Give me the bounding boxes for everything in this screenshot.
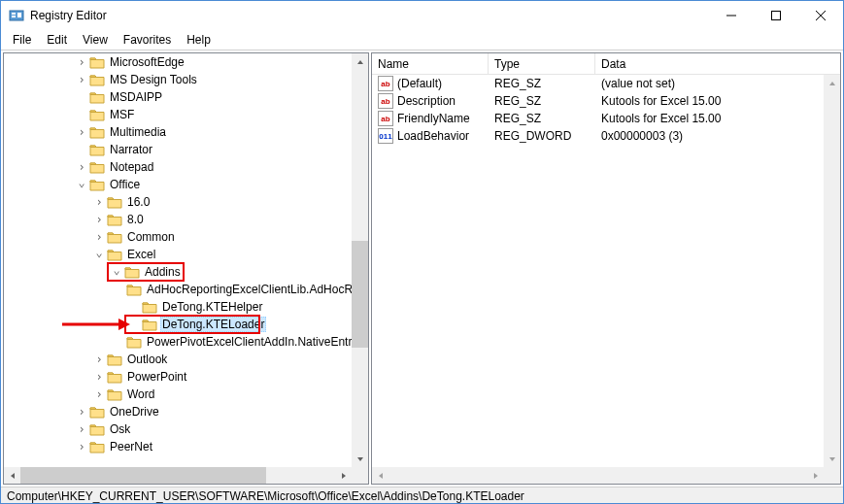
tree-item[interactable]: ›16.0 <box>4 193 352 211</box>
tree-item[interactable]: ›MS Design Tools <box>4 71 352 88</box>
scroll-left-button[interactable] <box>372 467 388 484</box>
value-name: LoadBehavior <box>397 129 469 143</box>
tree-item[interactable]: ›Notepad <box>4 158 352 176</box>
tree-item[interactable]: PowerPivotExcelClientAddIn.NativeEntry.1 <box>4 333 352 351</box>
value-name: FriendlyName <box>397 112 470 125</box>
workspace: ›MicrosoftEdge›MS Design ToolsMSDAIPPMSF… <box>1 50 843 487</box>
tree-item-label: MSF <box>108 108 136 121</box>
tree-item-label: Excel <box>125 248 157 261</box>
list-row[interactable]: abDescriptionREG_SZKutools for Excel 15.… <box>372 92 824 110</box>
menu-file[interactable]: File <box>5 31 39 49</box>
chevron-right-icon[interactable]: › <box>74 422 89 436</box>
tree-item-label: PowerPoint <box>125 370 188 384</box>
list-row[interactable]: 011LoadBehaviorREG_DWORD0x00000003 (3) <box>372 127 824 145</box>
list-vertical-scrollbar[interactable] <box>824 75 840 467</box>
chevron-right-icon[interactable]: › <box>74 55 89 69</box>
chevron-right-icon[interactable]: › <box>91 195 107 209</box>
column-header-name[interactable]: Name <box>372 53 489 74</box>
chevron-down-icon[interactable]: ⌄ <box>91 246 107 259</box>
tree-panel: ›MicrosoftEdge›MS Design ToolsMSDAIPPMSF… <box>3 52 369 485</box>
menubar: File Edit View Favorites Help <box>1 30 843 50</box>
tree-horizontal-scrollbar[interactable] <box>4 467 352 484</box>
folder-icon <box>89 143 105 156</box>
scroll-down-button[interactable] <box>352 451 368 467</box>
chevron-right-icon[interactable]: › <box>91 370 107 384</box>
folder-icon <box>89 405 105 419</box>
tree-item[interactable]: MSF <box>4 106 352 123</box>
tree-item[interactable]: ›OneDrive <box>4 403 352 420</box>
chevron-right-icon[interactable]: › <box>74 125 89 139</box>
string-value-icon: ab <box>378 111 393 126</box>
chevron-right-icon[interactable]: › <box>91 213 107 226</box>
scroll-right-button[interactable] <box>335 467 352 484</box>
tree-item[interactable]: ›8.0 <box>4 211 352 228</box>
tree-item-label: OneDrive <box>108 405 161 419</box>
tree-item-label: PowerPivotExcelClientAddIn.NativeEntry.1 <box>145 335 352 349</box>
chevron-right-icon[interactable]: › <box>91 230 107 244</box>
scroll-left-button[interactable] <box>4 467 20 484</box>
tree-item[interactable]: ›MicrosoftEdge <box>4 53 352 71</box>
titlebar: Registry Editor <box>1 1 843 30</box>
column-header-data[interactable]: Data <box>595 53 840 74</box>
list-row[interactable]: abFriendlyNameREG_SZKutools for Excel 15… <box>372 110 824 127</box>
menu-help[interactable]: Help <box>179 31 219 49</box>
minimize-button[interactable] <box>709 1 754 30</box>
close-button[interactable] <box>798 1 843 30</box>
tree-item[interactable]: ›PowerPoint <box>4 368 352 386</box>
chevron-down-icon[interactable]: ⌄ <box>74 176 89 189</box>
list-row[interactable]: ab(Default)REG_SZ(value not set) <box>372 75 824 92</box>
tree-item-label: Outlook <box>125 353 169 366</box>
regedit-icon <box>9 8 24 23</box>
value-data: (value not set) <box>595 77 824 90</box>
tree-item-label: Notepad <box>108 160 155 174</box>
tree-item-label: Word <box>125 387 156 401</box>
tree-vertical-scrollbar[interactable] <box>352 53 368 467</box>
scroll-right-button[interactable] <box>807 467 824 484</box>
value-data: Kutools for Excel 15.00 <box>595 112 824 125</box>
tree-item[interactable]: ›Outlook <box>4 351 352 368</box>
folder-icon <box>89 160 105 174</box>
menu-view[interactable]: View <box>75 31 116 49</box>
folder-icon <box>107 213 122 226</box>
tree-item[interactable]: MSDAIPP <box>4 88 352 106</box>
chevron-right-icon[interactable]: › <box>74 440 89 454</box>
list-header: Name Type Data <box>372 53 840 75</box>
tree-item[interactable]: DeTong.KTEHelper <box>4 298 352 316</box>
menu-edit[interactable]: Edit <box>39 31 75 49</box>
menu-favorites[interactable]: Favorites <box>116 31 179 49</box>
folder-icon <box>107 195 122 209</box>
window-title: Registry Editor <box>30 9 709 22</box>
chevron-right-icon[interactable]: › <box>74 160 89 174</box>
tree-item-label: AdHocReportingExcelClientLib.AdHocReport… <box>145 283 352 296</box>
svg-rect-3 <box>17 13 21 17</box>
column-header-type[interactable]: Type <box>489 53 595 74</box>
chevron-down-icon[interactable]: ⌄ <box>109 263 124 277</box>
tree-item-label: MicrosoftEdge <box>108 55 186 69</box>
tree-item[interactable]: Narrator <box>4 141 352 158</box>
tree-item[interactable]: ⌄Addins <box>4 263 352 281</box>
list-horizontal-scrollbar[interactable] <box>372 467 824 484</box>
tree-item[interactable]: ›Common <box>4 228 352 246</box>
scroll-down-button[interactable] <box>824 451 840 467</box>
tree-item[interactable]: ⌄Excel <box>4 246 352 263</box>
tree-item[interactable]: AdHocReportingExcelClientLib.AdHocReport… <box>4 281 352 298</box>
tree-item-label: Narrator <box>108 143 154 156</box>
chevron-right-icon[interactable]: › <box>91 353 107 366</box>
value-name: Description <box>397 94 456 108</box>
maximize-button[interactable] <box>754 1 798 30</box>
chevron-right-icon[interactable]: › <box>74 73 89 86</box>
tree-item-label: Osk <box>108 422 132 436</box>
chevron-right-icon[interactable]: › <box>74 405 89 419</box>
folder-icon <box>107 230 122 244</box>
tree-item[interactable]: ›Multimedia <box>4 123 352 141</box>
tree-item[interactable]: ⌄Office <box>4 176 352 193</box>
svg-rect-1 <box>12 13 16 15</box>
tree-item[interactable]: ›Osk <box>4 420 352 438</box>
folder-icon <box>89 125 105 139</box>
tree-item[interactable]: DeTong.KTELoader <box>4 316 352 333</box>
scroll-up-button[interactable] <box>824 75 840 91</box>
scroll-up-button[interactable] <box>352 53 368 70</box>
tree-item[interactable]: ›Word <box>4 386 352 403</box>
chevron-right-icon[interactable]: › <box>91 387 107 401</box>
tree-item[interactable]: ›PeerNet <box>4 438 352 455</box>
